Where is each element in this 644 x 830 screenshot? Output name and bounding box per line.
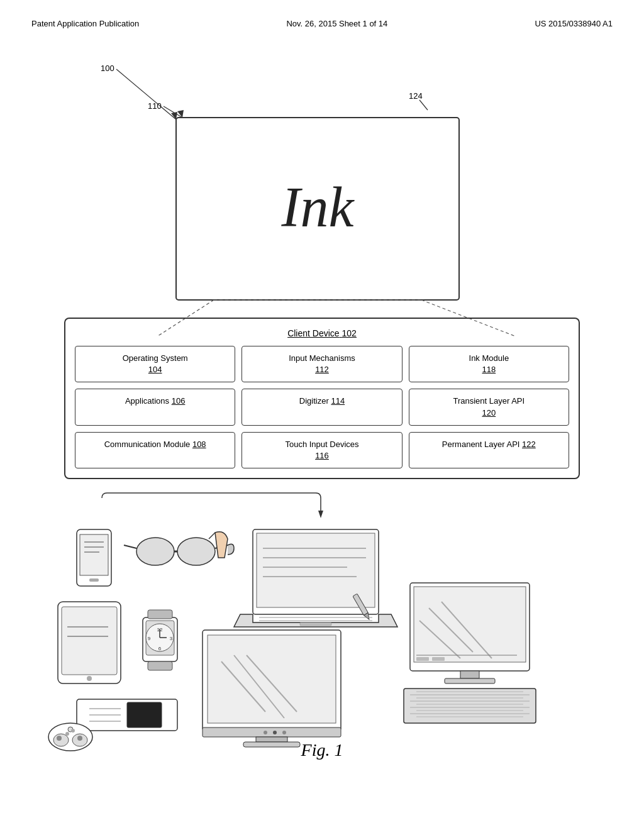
cell-dig-label: Digitizer [299, 396, 329, 406]
client-device-number: 102 [342, 328, 357, 338]
svg-point-53 [282, 731, 286, 734]
label-110: 110 [148, 101, 162, 111]
label-100: 100 [101, 64, 114, 73]
svg-rect-48 [203, 728, 341, 737]
cell-cm-label: Communication Module [104, 440, 191, 449]
cell-app-number: 106 [172, 396, 186, 406]
cell-pl-label: Permanent Layer API [442, 440, 520, 449]
svg-text:6: 6 [158, 646, 162, 651]
svg-rect-6 [80, 534, 108, 575]
cell-os-label: Operating System [123, 353, 188, 363]
client-device-title: Client Device 102 [75, 328, 569, 338]
top-diagram-svg: 100 110 124 Ink [38, 41, 606, 311]
cell-touch-input: Touch Input Devices 116 [242, 432, 402, 468]
cell-ti-label: Touch Input Devices [285, 440, 358, 449]
svg-rect-64 [404, 689, 536, 723]
svg-rect-31 [148, 661, 172, 670]
svg-rect-42 [300, 622, 331, 626]
devices-illustration: 12 3 6 9 [38, 492, 606, 762]
cell-ink-label: Ink Module [469, 353, 509, 363]
cell-ti-number: 116 [315, 451, 329, 460]
monitor-icon [203, 630, 341, 747]
bracket-top [102, 493, 321, 498]
svg-rect-55 [414, 587, 526, 662]
svg-rect-10 [89, 578, 99, 582]
cell-im-label: Input Mechanisms [289, 353, 355, 363]
svg-rect-60 [416, 657, 429, 661]
cell-ink-module: Ink Module 118 [409, 346, 569, 382]
svg-point-84 [77, 736, 82, 741]
svg-line-14 [124, 545, 136, 548]
svg-rect-61 [432, 657, 445, 661]
tablet-icon [58, 602, 121, 683]
svg-rect-75 [127, 702, 162, 728]
svg-point-20 [87, 676, 92, 681]
svg-point-52 [273, 731, 277, 734]
devices-svg: 12 3 6 9 [39, 492, 605, 762]
svg-point-83 [57, 736, 62, 741]
svg-rect-44 [208, 635, 336, 723]
label-124: 124 [409, 91, 423, 101]
cell-digitizer: Digitizer 114 [242, 389, 402, 425]
header-date-sheet: Nov. 26, 2015 Sheet 1 of 14 [286, 19, 387, 28]
arrow-124 [419, 100, 428, 110]
laptop-icon [234, 529, 397, 627]
svg-rect-63 [445, 678, 495, 683]
cell-permanent-layer: Permanent Layer API 122 [409, 432, 569, 468]
cell-comm-module: Communication Module 108 [75, 432, 235, 468]
cell-input-mechanisms: Input Mechanisms 112 [242, 346, 402, 382]
cell-im-number: 112 [315, 365, 329, 374]
cell-operating-system: Operating System 104 [75, 346, 235, 382]
cell-tl-label: Transient Layer API [453, 396, 525, 406]
page-header: Patent Application Publication Nov. 26, … [0, 0, 644, 35]
cell-app-label: Applications [125, 396, 169, 406]
svg-text:9: 9 [148, 636, 151, 641]
svg-rect-50 [243, 742, 300, 747]
game-console-icon [48, 699, 177, 751]
main-content: 100 110 124 Ink [0, 35, 644, 768]
phone-icon [77, 529, 111, 586]
svg-point-85 [65, 732, 69, 736]
bracket-arrow [318, 511, 323, 518]
svg-point-80 [53, 734, 69, 746]
ink-text-display: Ink [281, 176, 355, 238]
smartwatch-icon: 12 3 6 9 [143, 610, 177, 670]
client-device-label: Client Device [287, 328, 339, 338]
cell-pl-number: 122 [522, 440, 536, 449]
cell-tl-number: 120 [482, 408, 496, 418]
arrow-100 [116, 69, 176, 119]
svg-rect-49 [256, 737, 287, 742]
svg-point-11 [136, 538, 174, 565]
svg-rect-30 [148, 610, 172, 619]
cell-ink-number: 118 [482, 365, 496, 374]
cell-cm-number: 108 [192, 440, 206, 449]
cell-os-number: 104 [148, 365, 162, 374]
glasses-icon [124, 532, 234, 565]
svg-rect-62 [460, 671, 479, 678]
fig-label: Fig. 1 [301, 740, 343, 760]
cell-transient-layer: Transient Layer API 120 [409, 389, 569, 425]
cell-applications: Applications 106 [75, 389, 235, 425]
client-device-container: Client Device 102 Operating System 104 I… [58, 318, 586, 479]
device-diagram-section: 100 110 124 Ink [38, 41, 606, 311]
client-device-box: Client Device 102 Operating System 104 I… [64, 318, 580, 479]
header-patent-number: US 2015/0338940 A1 [535, 19, 613, 28]
svg-rect-17 [62, 607, 117, 675]
header-publication-type: Patent Application Publication [31, 19, 139, 28]
svg-point-51 [264, 731, 267, 734]
svg-text:3: 3 [170, 636, 173, 641]
desktop-icon [404, 583, 536, 723]
client-grid: Operating System 104 Input Mechanisms 11… [75, 346, 569, 468]
svg-point-86 [71, 729, 75, 733]
cell-dig-number: 114 [331, 396, 345, 406]
svg-point-12 [177, 538, 215, 565]
